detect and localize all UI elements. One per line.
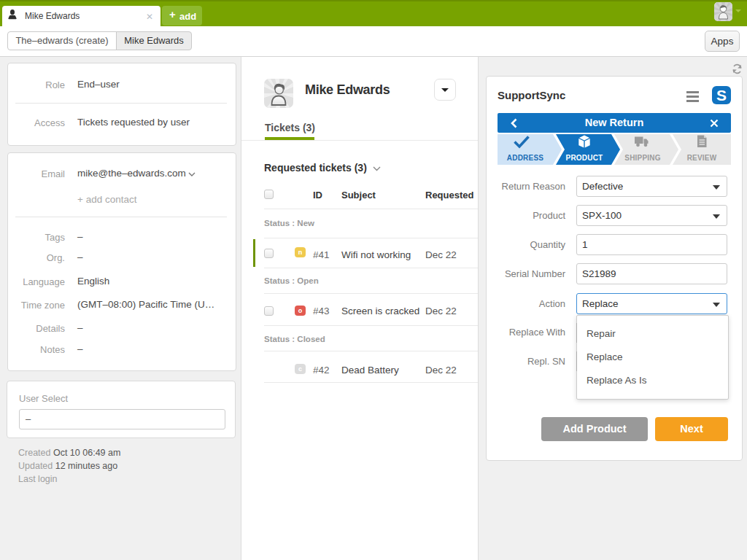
svg-text:REVIEW: REVIEW [687, 154, 717, 162]
svg-text:SHIPPING: SHIPPING [624, 154, 660, 162]
svg-text:ADDRESS: ADDRESS [507, 154, 543, 162]
svg-text:PRODUCT: PRODUCT [566, 154, 603, 162]
